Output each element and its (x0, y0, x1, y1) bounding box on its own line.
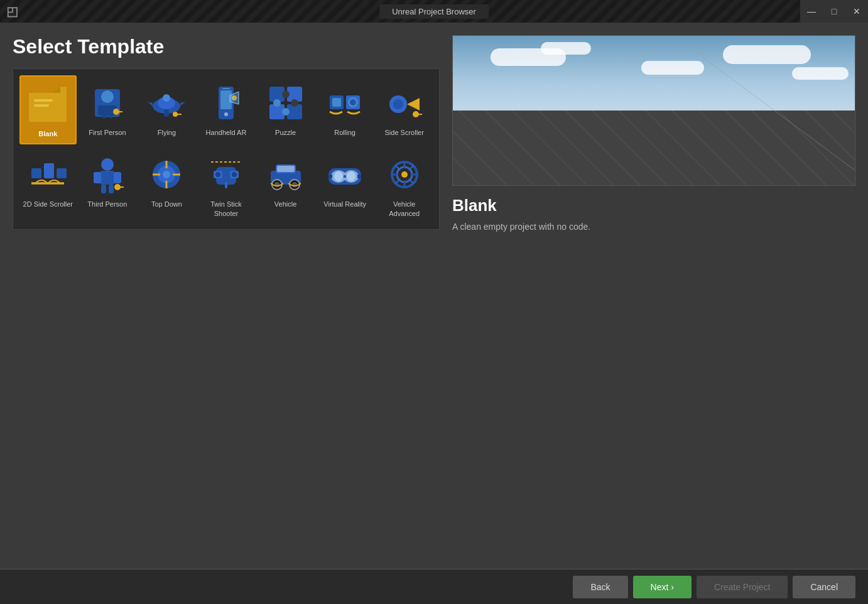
svg-rect-15 (164, 109, 169, 117)
svg-point-21 (224, 112, 228, 116)
template-icon-third-person (85, 152, 130, 197)
svg-rect-46 (100, 171, 115, 185)
svg-marker-13 (148, 102, 153, 106)
window-title: Unreal Project Browser (379, 4, 489, 19)
template-label-rolling: Rolling (334, 128, 355, 137)
template-icon-vehicle (263, 152, 308, 197)
cancel-button[interactable]: Cancel (793, 576, 855, 598)
svg-rect-7 (102, 113, 106, 118)
template-item-twin-stick-shooter[interactable]: Twin Stick Shooter (198, 147, 255, 223)
template-label-twin-stick-shooter: Twin Stick Shooter (200, 200, 252, 218)
svg-rect-47 (94, 172, 101, 183)
template-item-blank[interactable]: Blank (19, 75, 77, 144)
template-icon-blank (25, 82, 70, 127)
svg-rect-8 (109, 113, 112, 118)
template-label-vehicle-advanced: Vehicle Advanced (378, 200, 430, 218)
template-icon-side-scroller (382, 80, 427, 126)
template-item-2d-side-scroller[interactable]: 2D Side Scroller (19, 147, 77, 223)
svg-rect-42 (31, 168, 41, 178)
svg-rect-22 (222, 88, 230, 89)
main-content: Select Template Blank First Person (0, 23, 868, 569)
template-icon-handheld-ar (203, 80, 249, 126)
page-title: Select Template (13, 35, 440, 58)
preview-svg (453, 36, 855, 185)
template-grid-wrapper: Blank First Person Flying (13, 68, 440, 230)
svg-rect-79 (328, 175, 332, 178)
template-icon-twin-stick-shooter (203, 152, 249, 197)
template-icon-2d-side-scroller (25, 152, 70, 197)
template-item-puzzle[interactable]: Puzzle (257, 75, 314, 144)
svg-point-30 (282, 108, 290, 116)
svg-point-31 (273, 99, 281, 107)
template-grid: Blank First Person Flying (19, 75, 433, 223)
svg-point-55 (163, 171, 170, 178)
template-item-vehicle-advanced[interactable]: Vehicle Advanced (376, 147, 433, 223)
title-bar: ◰ Unreal Project Browser — □ ✕ (0, 0, 868, 23)
svg-rect-78 (344, 175, 346, 178)
next-button[interactable]: Next › (633, 576, 692, 598)
template-label-side-scroller: Side Scroller (385, 128, 424, 137)
svg-point-45 (101, 158, 114, 171)
svg-line-92 (694, 51, 855, 170)
svg-rect-48 (114, 172, 121, 183)
template-label-blank: Blank (38, 129, 57, 138)
svg-rect-43 (44, 163, 54, 178)
template-preview (452, 35, 855, 186)
template-label-handheld-ar: Handheld AR (206, 128, 247, 137)
template-icon-virtual-reality (322, 152, 367, 197)
template-label-flying: Flying (158, 128, 176, 137)
left-panel: Select Template Blank First Person (13, 35, 440, 556)
template-label-top-down: Top Down (151, 200, 182, 208)
template-item-rolling[interactable]: Rolling (317, 75, 374, 144)
svg-rect-49 (101, 185, 106, 193)
template-item-first-person[interactable]: First Person (79, 75, 136, 144)
svg-rect-34 (332, 98, 341, 107)
minimize-button[interactable]: — (800, 0, 823, 23)
template-icon-first-person (85, 80, 130, 126)
template-item-virtual-reality[interactable]: Virtual Reality (317, 147, 374, 223)
template-icon-rolling (322, 80, 367, 126)
selected-template-description: A clean empty project with no code. (452, 220, 855, 234)
selected-template-title: Blank (452, 196, 855, 215)
template-icon-vehicle-advanced (382, 152, 427, 197)
ue-logo-icon: ◰ (6, 4, 21, 19)
svg-rect-3 (34, 104, 49, 107)
svg-point-39 (393, 99, 403, 109)
svg-marker-1 (53, 87, 60, 93)
template-icon-puzzle (263, 80, 308, 126)
svg-point-37 (350, 99, 356, 105)
template-icon-top-down (144, 152, 189, 197)
svg-rect-80 (357, 175, 361, 178)
create-project-button[interactable]: Create Project (697, 576, 788, 598)
right-panel: Blank A clean empty project with no code… (452, 35, 855, 556)
svg-rect-44 (57, 168, 67, 178)
template-item-flying[interactable]: Flying (138, 75, 195, 144)
template-item-third-person[interactable]: Third Person (79, 147, 136, 223)
svg-point-63 (215, 172, 220, 177)
svg-point-29 (282, 90, 290, 98)
svg-point-16 (163, 94, 170, 102)
svg-rect-68 (277, 166, 295, 172)
svg-point-83 (401, 171, 408, 178)
template-icon-flying (144, 80, 189, 126)
svg-point-24 (232, 95, 237, 100)
window-controls: — □ ✕ (800, 0, 868, 23)
template-item-top-down[interactable]: Top Down (138, 147, 195, 223)
svg-rect-50 (109, 185, 114, 193)
template-item-side-scroller[interactable]: Side Scroller (376, 75, 433, 144)
svg-marker-14 (180, 102, 185, 106)
template-label-virtual-reality: Virtual Reality (323, 200, 366, 208)
svg-rect-65 (225, 182, 227, 188)
template-item-vehicle[interactable]: Vehicle (257, 147, 314, 223)
template-label-2d-side-scroller: 2D Side Scroller (23, 200, 73, 208)
svg-rect-2 (34, 99, 53, 102)
close-button[interactable]: ✕ (845, 0, 868, 23)
maximize-button[interactable]: □ (823, 0, 845, 23)
footer: Back Next › Create Project Cancel (0, 569, 868, 604)
back-button[interactable]: Back (573, 576, 627, 598)
template-label-first-person: First Person (89, 128, 126, 137)
svg-point-76 (334, 171, 343, 181)
template-label-vehicle: Vehicle (274, 200, 296, 208)
svg-point-32 (291, 99, 298, 107)
template-item-handheld-ar[interactable]: Handheld AR (198, 75, 255, 144)
